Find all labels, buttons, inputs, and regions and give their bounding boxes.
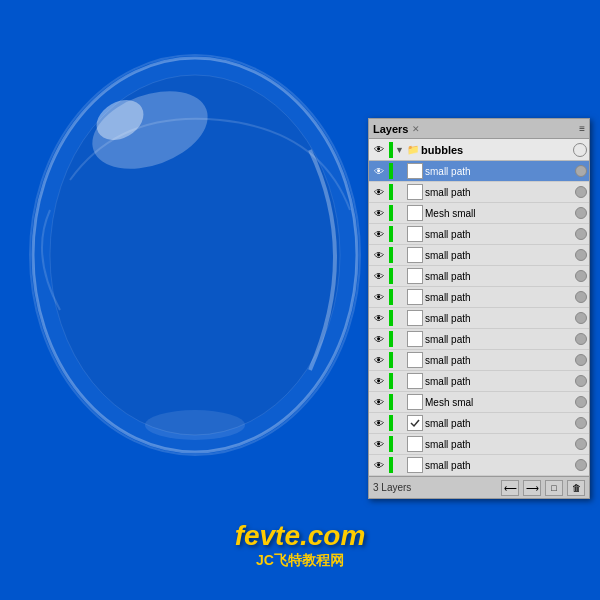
svg-rect-12 <box>409 291 421 303</box>
svg-rect-10 <box>409 249 421 261</box>
layer-name: small path <box>425 250 573 261</box>
layer-eye-icon[interactable]: 👁 <box>371 373 387 389</box>
layer-row[interactable]: 👁 small path <box>369 350 589 371</box>
layer-end-icon <box>575 312 587 324</box>
layer-thumb <box>407 205 423 221</box>
layer-name: small path <box>425 460 573 471</box>
layer-green-bar <box>389 415 393 431</box>
layer-name: small path <box>425 292 573 303</box>
layer-row[interactable]: 👁 small path <box>369 455 589 476</box>
layer-row[interactable]: 👁 small path <box>369 245 589 266</box>
layer-thumb <box>407 394 423 410</box>
group-eye-icon[interactable]: 👁 <box>371 142 387 158</box>
bubble-svg <box>20 30 380 480</box>
layer-row[interactable]: 👁 small path <box>369 413 589 434</box>
layer-green-bar <box>389 331 393 347</box>
footer-layers-count: 3 Layers <box>373 482 497 493</box>
watermark-area: fevte.com JC飞特教程网 <box>0 520 600 570</box>
layer-green-bar <box>389 205 393 221</box>
layer-end-icon <box>575 354 587 366</box>
layer-eye-icon[interactable]: 👁 <box>371 247 387 263</box>
layer-thumb <box>407 268 423 284</box>
svg-rect-15 <box>409 354 421 366</box>
layer-green-bar <box>389 457 393 473</box>
panel-close-indicator: ✕ <box>412 124 420 134</box>
layer-name: small path <box>425 418 573 429</box>
layer-name: small path <box>425 271 573 282</box>
layer-name: small path <box>425 376 573 387</box>
layer-green-bar <box>389 373 393 389</box>
layers-scroll-area[interactable]: 👁 small path 👁 small path 👁 Mesh small <box>369 161 589 476</box>
layer-green-bar <box>389 310 393 326</box>
layer-thumb <box>407 457 423 473</box>
layer-thumb <box>407 352 423 368</box>
layer-name: small path <box>425 334 573 345</box>
layer-eye-icon[interactable]: 👁 <box>371 457 387 473</box>
layer-name: Mesh small <box>425 208 573 219</box>
svg-rect-20 <box>409 459 421 471</box>
layer-row[interactable]: 👁 small path <box>369 287 589 308</box>
layer-eye-icon[interactable]: 👁 <box>371 205 387 221</box>
footer-btn-forward[interactable]: ⟶ <box>523 480 541 496</box>
layer-green-bar <box>389 184 393 200</box>
panel-footer: 3 Layers ⟵ ⟶ □ 🗑 <box>369 476 589 498</box>
group-row-bubbles[interactable]: 👁 ▼ 📁 bubbles <box>369 139 589 161</box>
layer-green-bar <box>389 226 393 242</box>
layer-eye-icon[interactable]: 👁 <box>371 415 387 431</box>
layer-thumb <box>407 310 423 326</box>
expand-arrow[interactable]: ▼ <box>395 145 405 155</box>
layer-green-bar <box>389 352 393 368</box>
svg-rect-13 <box>409 312 421 324</box>
layer-eye-icon[interactable]: 👁 <box>371 268 387 284</box>
layer-row[interactable]: 👁 small path <box>369 182 589 203</box>
layer-thumb <box>407 163 423 179</box>
layer-eye-icon[interactable]: 👁 <box>371 310 387 326</box>
layer-end-icon <box>575 249 587 261</box>
svg-rect-6 <box>409 165 421 177</box>
layer-green-bar <box>389 394 393 410</box>
layer-end-icon <box>575 207 587 219</box>
layer-row[interactable]: 👁 small path <box>369 161 589 182</box>
panel-header: Layers ✕ ≡ <box>369 119 589 139</box>
layer-row[interactable]: 👁 small path <box>369 371 589 392</box>
layer-row[interactable]: 👁 small path <box>369 434 589 455</box>
watermark-line2: JC飞特教程网 <box>0 552 600 570</box>
svg-rect-8 <box>409 207 421 219</box>
svg-rect-16 <box>409 375 421 387</box>
layer-eye-icon[interactable]: 👁 <box>371 226 387 242</box>
layer-name: small path <box>425 187 573 198</box>
layer-end-icon <box>575 375 587 387</box>
layer-thumb <box>407 373 423 389</box>
footer-btn-delete[interactable]: 🗑 <box>567 480 585 496</box>
layer-end-icon <box>575 417 587 429</box>
layer-name: small path <box>425 439 573 450</box>
layer-thumb <box>407 289 423 305</box>
layer-thumb <box>407 247 423 263</box>
layer-row[interactable]: 👁 small path <box>369 329 589 350</box>
layer-eye-icon[interactable]: 👁 <box>371 436 387 452</box>
layer-eye-icon[interactable]: 👁 <box>371 331 387 347</box>
layer-name: small path <box>425 229 573 240</box>
panel-menu-icon[interactable]: ≡ <box>579 123 585 134</box>
footer-btn-new[interactable]: □ <box>545 480 563 496</box>
layer-row[interactable]: 👁 Mesh smal <box>369 392 589 413</box>
layer-row[interactable]: 👁 small path <box>369 266 589 287</box>
layer-row[interactable]: 👁 small path <box>369 224 589 245</box>
layer-row[interactable]: 👁 Mesh small <box>369 203 589 224</box>
layer-eye-icon[interactable]: 👁 <box>371 184 387 200</box>
layer-eye-icon[interactable]: 👁 <box>371 352 387 368</box>
layer-thumb <box>407 226 423 242</box>
group-name: bubbles <box>421 144 571 156</box>
layers-panel: Layers ✕ ≡ 👁 ▼ 📁 bubbles 👁 small path 👁 <box>368 118 590 499</box>
layer-name: Mesh smal <box>425 397 573 408</box>
layer-green-bar <box>389 436 393 452</box>
layer-eye-icon[interactable]: 👁 <box>371 163 387 179</box>
layer-eye-icon[interactable]: 👁 <box>371 289 387 305</box>
layer-row[interactable]: 👁 small path <box>369 308 589 329</box>
layer-end-icon <box>575 165 587 177</box>
layer-end-icon <box>575 228 587 240</box>
layer-name: small path <box>425 166 573 177</box>
footer-btn-back[interactable]: ⟵ <box>501 480 519 496</box>
layer-name: small path <box>425 355 573 366</box>
layer-eye-icon[interactable]: 👁 <box>371 394 387 410</box>
